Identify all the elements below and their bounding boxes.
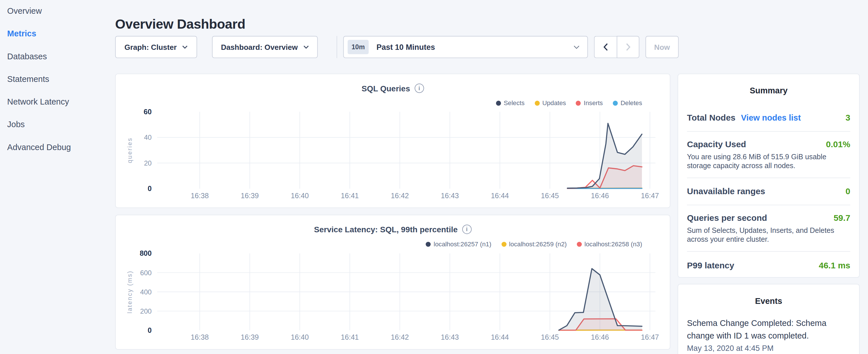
svg-text:800: 800 bbox=[140, 249, 152, 257]
divider bbox=[687, 205, 850, 205]
chevron-right-icon bbox=[626, 43, 630, 51]
legend-dot-icon bbox=[576, 100, 581, 105]
time-range-dropdown[interactable]: 10m Past 10 Minutes bbox=[343, 36, 588, 58]
summary-row-value: 0.01% bbox=[826, 139, 850, 150]
summary-row-label: Capacity Used bbox=[687, 139, 746, 150]
svg-text:400: 400 bbox=[140, 288, 152, 296]
service-latency-chart[interactable]: 16:3816:3916:4016:4116:4216:4316:4416:45… bbox=[116, 215, 670, 349]
svg-text:600: 600 bbox=[140, 269, 152, 277]
svg-text:16:44: 16:44 bbox=[491, 192, 509, 200]
divider bbox=[687, 251, 850, 252]
svg-text:200: 200 bbox=[140, 307, 152, 315]
info-icon[interactable]: i bbox=[414, 84, 424, 93]
legend-dot-icon bbox=[577, 242, 582, 246]
summary-panel: Summary Total Nodes View nodes list 3 Ca… bbox=[677, 74, 860, 278]
svg-text:40: 40 bbox=[144, 133, 152, 141]
summary-row-unavailable-ranges: Unavailable ranges 0 bbox=[687, 187, 850, 196]
sql-queries-chart[interactable]: 16:3816:3916:4016:4116:4216:4316:4416:45… bbox=[116, 74, 670, 207]
sidebar-item-statements[interactable]: Statements bbox=[7, 75, 107, 83]
time-back-button[interactable] bbox=[594, 36, 617, 58]
svg-text:16:40: 16:40 bbox=[291, 333, 309, 341]
graph-dropdown-label: Graph: Cluster bbox=[124, 43, 177, 51]
legend-label: Inserts bbox=[584, 100, 603, 106]
svg-text:16:47: 16:47 bbox=[641, 192, 659, 200]
svg-text:16:41: 16:41 bbox=[341, 333, 359, 341]
controls-divider bbox=[337, 36, 337, 58]
svg-text:16:45: 16:45 bbox=[541, 333, 559, 341]
chart-title: SQL Queries bbox=[362, 84, 410, 93]
svg-text:16:46: 16:46 bbox=[591, 192, 609, 200]
legend-item: Updates bbox=[534, 100, 566, 106]
summary-row-value: 3 bbox=[846, 113, 850, 123]
service-latency-chart-card: 16:3816:3916:4016:4116:4216:4316:4416:45… bbox=[115, 215, 671, 350]
chevron-left-icon bbox=[603, 43, 608, 51]
legend-dot-icon bbox=[613, 100, 618, 105]
legend-item: localhost:26259 (n2) bbox=[501, 240, 566, 247]
summary-row-label: P99 latency bbox=[687, 261, 734, 271]
time-range-label: Past 10 Minutes bbox=[376, 43, 435, 52]
dashboard-dropdown-label: Dashboard: Overview bbox=[221, 43, 298, 51]
legend-item: Inserts bbox=[576, 100, 603, 106]
svg-text:16:39: 16:39 bbox=[241, 192, 259, 200]
svg-text:16:45: 16:45 bbox=[541, 192, 559, 200]
info-icon[interactable]: i bbox=[462, 225, 472, 234]
summary-row-queries-per-second: Queries per second 59.7 bbox=[687, 213, 850, 223]
svg-text:16:43: 16:43 bbox=[441, 333, 459, 341]
time-nav-arrows bbox=[594, 36, 639, 58]
svg-text:20: 20 bbox=[144, 159, 152, 167]
legend-label: localhost:26258 (n3) bbox=[585, 240, 642, 247]
page-title: Overview Dashboard bbox=[115, 17, 245, 32]
time-forward-button[interactable] bbox=[617, 36, 639, 58]
sidebar-item-jobs[interactable]: Jobs bbox=[7, 120, 107, 128]
now-button[interactable]: Now bbox=[645, 36, 679, 58]
summary-row-label: Unavailable ranges bbox=[687, 187, 765, 196]
chart-title-row: Service Latency: SQL, 99th percentile i bbox=[116, 225, 670, 234]
svg-text:0: 0 bbox=[148, 326, 152, 334]
sidebar-item-network-latency[interactable]: Network Latency bbox=[7, 97, 107, 106]
view-nodes-list-link[interactable]: View nodes list bbox=[741, 113, 801, 122]
events-panel: Events Schema Change Completed: Schema c… bbox=[677, 284, 860, 354]
legend-label: localhost:26257 (n1) bbox=[434, 240, 491, 247]
summary-row-capacity-used: Capacity Used 0.01% bbox=[687, 139, 850, 150]
event-item-timestamp: May 13, 2020 at 4:45 PM bbox=[687, 344, 850, 353]
svg-text:16:41: 16:41 bbox=[341, 192, 359, 200]
legend-label: Deletes bbox=[621, 100, 642, 106]
svg-text:latency (ms): latency (ms) bbox=[126, 270, 133, 313]
db-console-page: OverviewMetricsDatabasesStatementsNetwor… bbox=[0, 0, 868, 354]
svg-text:16:46: 16:46 bbox=[591, 333, 609, 341]
chart-legend: localhost:26257 (n1)localhost:26259 (n2)… bbox=[426, 240, 642, 247]
legend-label: localhost:26259 (n2) bbox=[509, 240, 566, 247]
legend-dot-icon bbox=[496, 100, 501, 105]
legend-dot-icon bbox=[534, 100, 539, 105]
summary-row-value: 0 bbox=[846, 187, 850, 196]
summary-heading: Summary bbox=[687, 86, 850, 95]
chart-title: Service Latency: SQL, 99th percentile bbox=[314, 225, 458, 234]
dashboard-dropdown[interactable]: Dashboard: Overview bbox=[212, 36, 318, 58]
sidebar-item-advanced-debug[interactable]: Advanced Debug bbox=[7, 142, 107, 151]
legend-item: localhost:26257 (n1) bbox=[426, 240, 491, 247]
svg-text:16:43: 16:43 bbox=[441, 192, 459, 200]
chevron-down-icon bbox=[182, 45, 188, 49]
sql-queries-chart-card: 16:3816:3916:4016:4116:4216:4316:4416:45… bbox=[115, 74, 671, 208]
svg-text:60: 60 bbox=[144, 108, 152, 116]
divider bbox=[687, 131, 850, 132]
graph-dropdown[interactable]: Graph: Cluster bbox=[115, 36, 197, 58]
sidebar-item-databases[interactable]: Databases bbox=[7, 52, 107, 60]
divider bbox=[687, 178, 850, 178]
chevron-down-icon bbox=[574, 45, 580, 49]
legend-label: Selects bbox=[504, 100, 525, 106]
sidebar-item-overview[interactable]: Overview bbox=[7, 7, 107, 15]
summary-row-subtext: You are using 28.6 MiB of 515.9 GiB usab… bbox=[687, 153, 850, 170]
event-item-text[interactable]: Schema Change Completed: Schema change w… bbox=[687, 317, 850, 342]
sidebar-item-metrics[interactable]: Metrics bbox=[7, 29, 107, 37]
svg-text:16:38: 16:38 bbox=[191, 333, 209, 341]
legend-item: Selects bbox=[496, 100, 525, 106]
summary-row-label: Total Nodes bbox=[687, 113, 735, 123]
svg-text:16:39: 16:39 bbox=[241, 333, 259, 341]
summary-row-total-nodes: Total Nodes View nodes list 3 bbox=[687, 113, 850, 123]
legend-dot-icon bbox=[426, 242, 431, 246]
events-heading: Events bbox=[687, 296, 850, 305]
chevron-down-icon bbox=[303, 45, 309, 49]
chart-title-row: SQL Queries i bbox=[116, 84, 670, 93]
legend-item: localhost:26258 (n3) bbox=[577, 240, 642, 247]
